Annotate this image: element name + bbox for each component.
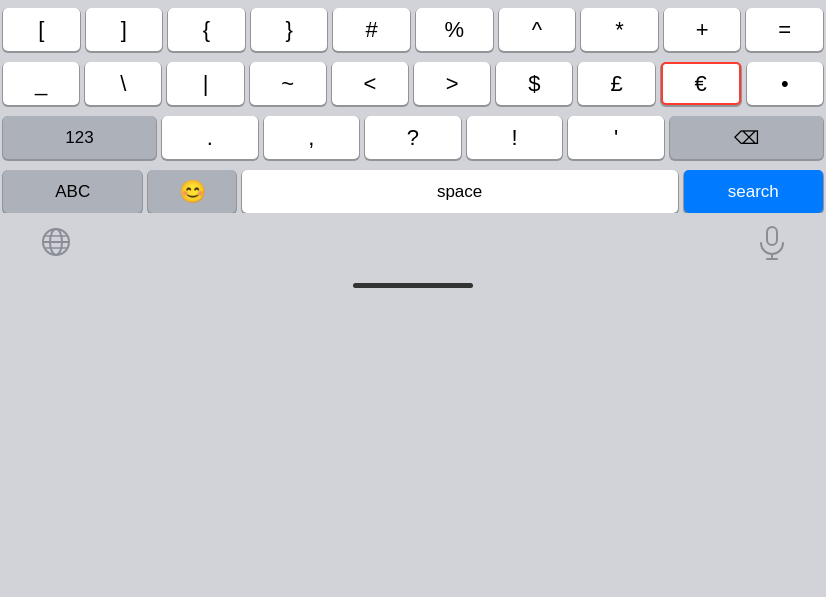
key-dot[interactable]: •: [747, 62, 823, 105]
home-bar: [353, 283, 473, 288]
key-bracket-open[interactable]: [: [3, 8, 80, 51]
key-greater-than[interactable]: >: [414, 62, 490, 105]
home-indicator: [0, 277, 826, 292]
key-equals[interactable]: =: [746, 8, 823, 51]
keyboard-row-2: _ \ | ~ < > $ £ € •: [3, 62, 823, 105]
key-plus[interactable]: +: [664, 8, 741, 51]
key-dollar[interactable]: $: [496, 62, 572, 105]
key-caret[interactable]: ^: [499, 8, 576, 51]
key-pipe[interactable]: |: [167, 62, 243, 105]
key-backslash[interactable]: \: [85, 62, 161, 105]
key-brace-open[interactable]: {: [168, 8, 245, 51]
key-exclaim[interactable]: !: [467, 116, 563, 159]
key-tilde[interactable]: ~: [250, 62, 326, 105]
keyboard-row-4: ABC 😊 space search: [3, 170, 823, 213]
key-less-than[interactable]: <: [332, 62, 408, 105]
key-apostrophe[interactable]: ': [568, 116, 664, 159]
key-num-switch[interactable]: 123: [3, 116, 156, 159]
keyboard-row-3: 123 . , ? ! ' ⌫: [3, 116, 823, 159]
key-comma[interactable]: ,: [264, 116, 360, 159]
globe-icon[interactable]: [40, 226, 72, 266]
backspace-icon: ⌫: [734, 127, 759, 149]
key-question[interactable]: ?: [365, 116, 461, 159]
bottom-bar: [0, 213, 826, 277]
key-space[interactable]: space: [242, 170, 678, 213]
key-emoji[interactable]: 😊: [148, 170, 235, 213]
keyboard: [ ] { } # % ^ * + = _ \ | ~ < > $ £ € • …: [0, 0, 826, 213]
key-search[interactable]: search: [684, 170, 823, 213]
key-brace-close[interactable]: }: [251, 8, 328, 51]
key-backspace[interactable]: ⌫: [670, 116, 823, 159]
svg-rect-5: [767, 227, 777, 245]
key-pound[interactable]: £: [578, 62, 654, 105]
key-bracket-close[interactable]: ]: [86, 8, 163, 51]
key-period[interactable]: .: [162, 116, 258, 159]
key-percent[interactable]: %: [416, 8, 493, 51]
key-euro[interactable]: €: [661, 62, 741, 105]
key-underscore[interactable]: _: [3, 62, 79, 105]
keyboard-row-1: [ ] { } # % ^ * + =: [3, 8, 823, 51]
key-abc-switch[interactable]: ABC: [3, 170, 142, 213]
mic-icon[interactable]: [758, 226, 786, 267]
key-asterisk[interactable]: *: [581, 8, 658, 51]
key-hash[interactable]: #: [333, 8, 410, 51]
